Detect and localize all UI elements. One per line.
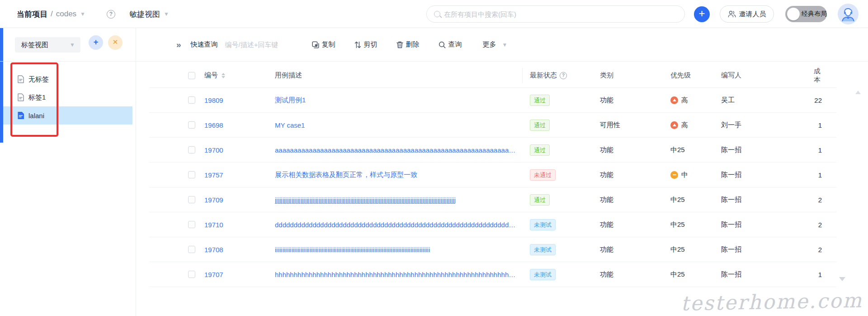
remove-tag-button[interactable]: ✕ [108, 35, 123, 50]
case-id-link[interactable]: 19709 [204, 196, 223, 204]
select-all-checkbox[interactable] [188, 72, 195, 79]
case-description-link[interactable]: 测试用例1 [275, 96, 306, 105]
quick-search-label: 快速查询 [191, 40, 218, 49]
category-cell: 功能 [600, 146, 670, 154]
sort-icon[interactable] [222, 73, 225, 78]
chevron-down-icon: ▼ [80, 11, 85, 17]
sidebar-tag-item[interactable]: 标签1 [0, 88, 136, 106]
table-row: 19709jjjjjjjjjjjjjjjjjjjjjjjjjjjjjjjjjjj… [149, 187, 836, 212]
col-description: 用例描述 [275, 71, 302, 80]
case-description-link[interactable]: MY case1 [275, 121, 305, 129]
cost-cell: 2 [814, 246, 836, 254]
row-checkbox[interactable] [188, 96, 195, 104]
table-row: 19698MY case1通过可用性高刘一手1 [149, 113, 836, 138]
case-id-link[interactable]: 19809 [204, 96, 223, 104]
col-id[interactable]: 编号 [204, 71, 218, 80]
priority-cell: 高 [670, 121, 721, 129]
breadcrumb[interactable]: 当前项目 / codes ▼ [17, 0, 85, 28]
row-checkbox[interactable] [188, 271, 195, 278]
row-checkbox[interactable] [188, 146, 195, 153]
query-label: 查询 [448, 40, 462, 49]
cost-cell: 1 [814, 271, 836, 278]
table-row: 19710ddddddddddddddddddddddddddddddddddd… [149, 212, 836, 237]
row-checkbox[interactable] [188, 171, 195, 178]
case-description-link[interactable]: jjjjjjjjjjjjjjjjjjjjjjjjjjjjjjjjjjjjjjjj… [275, 196, 456, 204]
more-button[interactable]: 更多 ▼ [483, 40, 508, 49]
expand-icon[interactable]: » [176, 40, 181, 50]
table-row: 19809测试用例1通过功能高吴工22 [149, 88, 836, 113]
quick-search-input[interactable] [225, 41, 293, 48]
case-id-link[interactable]: 19700 [204, 146, 223, 154]
classic-layout-toggle[interactable]: 经典布局 [785, 6, 827, 22]
case-id-link[interactable]: 19707 [204, 271, 223, 278]
priority-cell: 中25 [670, 220, 721, 229]
row-checkbox[interactable] [188, 121, 195, 129]
scroll-up-icon[interactable] [855, 91, 861, 94]
priority-high-icon [670, 121, 678, 129]
status-badge: 未测试 [530, 219, 556, 230]
category-cell: 功能 [600, 96, 670, 105]
cost-cell: 22 [814, 96, 836, 104]
case-id-link[interactable]: 19757 [204, 171, 223, 179]
table-body: 19809测试用例1通过功能高吴工2219698MY case1通过可用性高刘一… [149, 88, 836, 287]
row-checkbox[interactable] [188, 221, 195, 228]
case-description-link[interactable]: dddddddddddddddddddddddddddddddddddddddd… [275, 221, 519, 229]
tag-label: 无标签 [28, 75, 49, 84]
add-tag-button[interactable]: + [89, 35, 103, 50]
invite-members-button[interactable]: 邀请人员 [720, 5, 774, 23]
col-status: 最新状态 [530, 71, 557, 80]
copy-button[interactable]: 复制 [312, 40, 335, 49]
create-button[interactable]: + [694, 6, 710, 22]
case-description-link[interactable]: aaaaaaaaaaaaaaaaaaaaaaaaaaaaaaaaaaaaaaaa… [275, 146, 519, 154]
row-checkbox[interactable] [188, 246, 195, 253]
author-cell: 陈一招 [721, 245, 814, 254]
sidebar-header: 标签视图 ▼ + ✕ [0, 28, 136, 61]
global-search-input[interactable] [444, 10, 677, 18]
cost-cell: 1 [814, 171, 836, 179]
case-description-link[interactable]: hhhhhhhhhhhhhhhhhhhhhhhhhhhhhhhhhhhhhhhh… [275, 271, 519, 278]
author-cell: 陈一招 [721, 171, 814, 179]
chevron-down-icon: ▼ [70, 42, 75, 48]
collapse-sidebar-icon[interactable]: « [137, 11, 142, 21]
view-switcher[interactable]: 敏捷视图 ▼ [129, 0, 169, 28]
project-name[interactable]: codes [56, 10, 76, 19]
copy-label: 复制 [322, 40, 335, 49]
status-badge: 通过 [530, 144, 550, 156]
cost-cell: 1 [814, 146, 836, 154]
user-avatar[interactable] [838, 4, 859, 24]
priority-mid-icon [670, 171, 678, 179]
status-help-icon[interactable]: ? [560, 72, 567, 79]
category-cell: 可用性 [600, 121, 670, 129]
case-id-link[interactable]: 19698 [204, 121, 223, 129]
col-category: 类别 [600, 71, 613, 80]
help-icon[interactable]: ? [107, 10, 115, 19]
row-checkbox[interactable] [188, 196, 195, 203]
cut-button[interactable]: 剪切 [354, 40, 377, 49]
status-badge: 通过 [530, 120, 550, 131]
tag-view-select[interactable]: 标签视图 ▼ [15, 37, 80, 53]
case-toolbar: » 快速查询 复制 剪切 删除 查询 更多 ▼ [149, 28, 854, 61]
case-id-link[interactable]: 19708 [204, 246, 223, 254]
case-id-link[interactable]: 19710 [204, 221, 223, 229]
delete-icon [396, 41, 403, 48]
table-row: 19708iiiiiiiiiiiiiiiiiiiiiiiiiiiiiiiiiii… [149, 237, 836, 262]
case-description-link[interactable]: iiiiiiiiiiiiiiiiiiiiiiiiiiiiiiiiiiiiiiii… [275, 246, 430, 254]
author-cell: 吴工 [721, 96, 814, 105]
status-badge: 通过 [530, 194, 550, 206]
cost-cell: 2 [814, 196, 836, 204]
query-button[interactable]: 查询 [439, 40, 462, 49]
priority-cell: 中 [670, 171, 721, 179]
delete-label: 删除 [406, 40, 420, 49]
watermark: testerhome.com [680, 288, 863, 315]
document-icon [17, 111, 24, 120]
sidebar-tag-item[interactable]: lalani [3, 106, 132, 124]
delete-button[interactable]: 删除 [396, 40, 420, 49]
priority-cell: 中25 [670, 146, 721, 154]
priority-high-icon [670, 96, 678, 104]
scroll-down-icon[interactable] [839, 277, 845, 281]
category-cell: 功能 [600, 196, 670, 204]
sidebar-tag-item[interactable]: 无标签 [0, 70, 136, 88]
tag-list: 无标签标签1lalani [0, 70, 136, 124]
cost-cell: 2 [814, 221, 836, 229]
case-description-link[interactable]: 展示相关数据表格及翻页正常，样式与原型一致 [275, 171, 417, 179]
